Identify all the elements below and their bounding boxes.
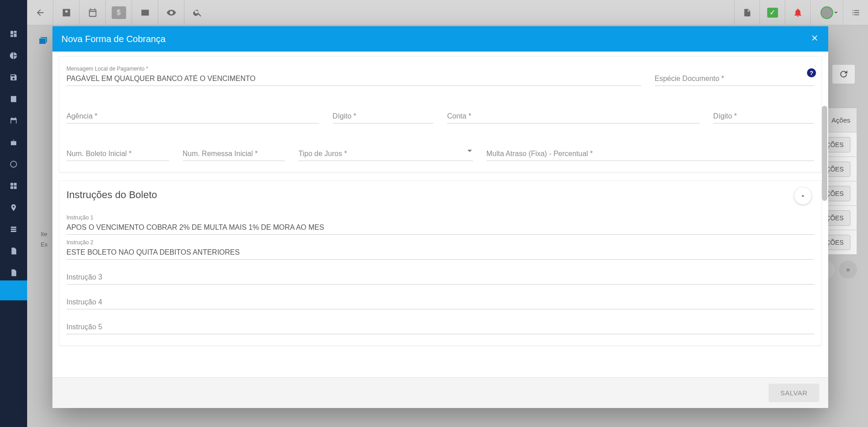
especie-doc-field[interactable]: Espécie Documento * (655, 72, 814, 86)
sidebar-dashboard-icon[interactable] (9, 29, 19, 39)
user-avatar[interactable] (810, 0, 843, 25)
card-instrucoes: Instruções do Boleto Instrução 1 Instruç… (59, 180, 822, 346)
help-icon[interactable]: ? (807, 68, 816, 77)
search-icon[interactable] (184, 0, 211, 25)
instrucao4-input[interactable]: Instrução 4 (66, 295, 814, 309)
agencia-field[interactable]: Agência * (66, 109, 319, 123)
sidebar-file-icon[interactable] (9, 268, 19, 278)
digito2-field[interactable]: Dígito * (713, 109, 814, 123)
sidebar-active-item[interactable] (0, 280, 27, 300)
multa-field[interactable]: Multa Atraso (Fixa) - Percentual * (486, 147, 814, 161)
instrucao3-input[interactable]: Instrução 3 (66, 270, 814, 285)
pager-last-icon[interactable]: » (839, 261, 857, 279)
acoes-header: Ações (831, 116, 850, 124)
num-boleto-field[interactable]: Num. Boleto Inicial * (66, 147, 169, 161)
mensagem-input[interactable] (66, 72, 641, 86)
items-label: Ite (41, 231, 47, 237)
inst1-label: Instrução 1 (66, 214, 93, 221)
left-sidebar (0, 0, 27, 427)
scrollbar-thumb[interactable] (822, 106, 827, 201)
inst2-label: Instrução 2 (66, 239, 93, 246)
pdf-icon[interactable] (734, 0, 760, 25)
sidebar-pin-icon[interactable] (9, 203, 19, 213)
bell-icon[interactable] (785, 0, 810, 25)
close-icon[interactable] (810, 33, 819, 45)
modal-title-text: Nova Forma de Cobrança (61, 34, 165, 44)
sidebar-book-icon[interactable] (9, 94, 19, 104)
modal-footer: SALVAR (52, 377, 828, 408)
card-dados-boleto: Mensagem Local de Pagamento * Espécie Do… (59, 56, 822, 172)
check-badge-icon[interactable]: ✓ (760, 0, 785, 25)
sidebar-save-icon[interactable] (9, 72, 19, 82)
instrucao2-input[interactable] (66, 246, 814, 260)
calendar-icon[interactable] (80, 0, 106, 25)
chevron-down-icon (467, 150, 472, 154)
save-button[interactable]: SALVAR (769, 384, 819, 402)
dollar-icon[interactable]: $ (106, 0, 132, 25)
eye-icon[interactable] (158, 0, 184, 25)
sidebar-globe-icon[interactable] (9, 159, 19, 169)
modal-header: Nova Forma de Cobrança (52, 26, 828, 52)
page-header-icon (38, 36, 49, 47)
back-button[interactable] (27, 0, 53, 25)
top-toolbar: $ ✓ (0, 0, 868, 25)
sidebar-chart-icon[interactable] (9, 51, 19, 61)
sidebar-briefcase-icon[interactable] (9, 138, 19, 147)
chevron-up-icon (799, 192, 807, 199)
sidebar-doc-icon[interactable] (9, 224, 19, 234)
digito1-field[interactable]: Dígito * (333, 109, 434, 123)
export-label: Ex (41, 241, 47, 248)
instrucoes-section-title: Instruções do Boleto (66, 189, 814, 201)
list-icon[interactable] (843, 0, 868, 25)
tipo-juros-select[interactable]: Tipo de Juros * (298, 147, 472, 161)
instrucao1-input[interactable] (66, 221, 814, 235)
num-remessa-field[interactable]: Num. Remessa Inicial * (183, 147, 285, 161)
sidebar-grid-icon[interactable] (9, 181, 19, 191)
instrucao5-input[interactable]: Instrução 5 (66, 320, 814, 334)
sidebar-event-icon[interactable] (9, 116, 19, 126)
terminal-icon[interactable] (132, 0, 158, 25)
refresh-button[interactable] (832, 64, 855, 84)
person-icon[interactable] (53, 0, 80, 25)
collapse-button[interactable] (794, 187, 811, 204)
mensagem-label: Mensagem Local de Pagamento * (66, 66, 148, 72)
sidebar-report-icon[interactable] (9, 246, 19, 256)
modal-body: Mensagem Local de Pagamento * Espécie Do… (52, 52, 828, 377)
conta-field[interactable]: Conta * (447, 109, 700, 123)
modal-nova-forma-cobranca: Nova Forma de Cobrança Mensagem Local de… (52, 26, 828, 408)
